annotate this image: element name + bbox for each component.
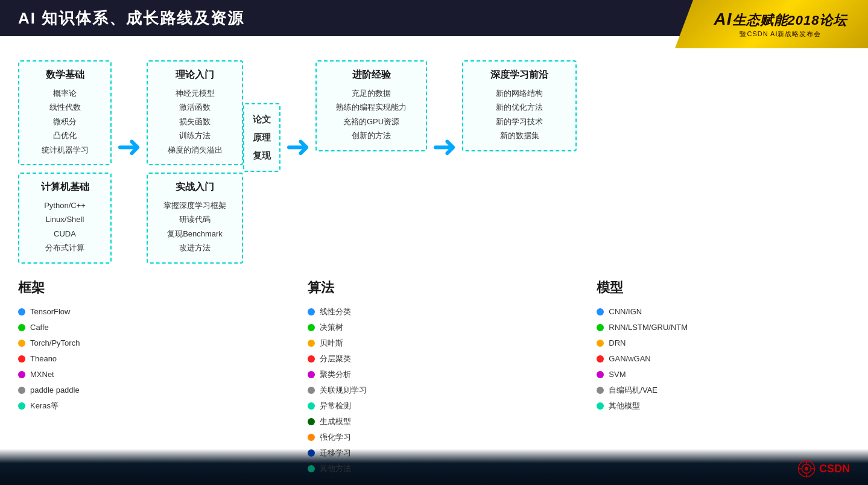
theory-title: 理论入门 bbox=[157, 69, 232, 81]
item-label: CNN/IGN bbox=[609, 304, 642, 320]
list-item: 自编码机/VAE bbox=[597, 382, 850, 398]
dot-icon bbox=[308, 434, 315, 441]
item-label: 迁移学习 bbox=[320, 445, 351, 461]
arrow-2-icon: ➜ bbox=[285, 132, 311, 162]
csdn-text: CSDN bbox=[819, 463, 850, 475]
dot-icon bbox=[18, 324, 25, 331]
item-label: 强化学习 bbox=[320, 430, 351, 445]
list-item: 生成模型 bbox=[308, 414, 561, 430]
item-label: 决策树 bbox=[320, 320, 343, 335]
item-label: SVM bbox=[609, 367, 626, 382]
list-item: CNN/IGN bbox=[597, 304, 850, 320]
main-content: 数学基础 概率论 线性代数 微积分 凸优化 统计机器学习 计算机基础 Pytho… bbox=[0, 36, 868, 485]
item-label: Theano bbox=[30, 351, 57, 367]
list-item: RNN/LSTM/GRU/NTM bbox=[597, 320, 850, 335]
dot-icon bbox=[18, 340, 25, 347]
math-box: 数学基础 概率论 线性代数 微积分 凸优化 统计机器学习 bbox=[18, 60, 112, 165]
top-logo: AI生态赋能2018论坛 暨CSDN AI新战略发布会 bbox=[675, 0, 868, 48]
item-label: RNN/LSTM/GRU/NTM bbox=[609, 320, 688, 335]
dot-icon bbox=[597, 402, 604, 410]
list-item: 强化学习 bbox=[308, 430, 561, 445]
item-label: Keras等 bbox=[30, 398, 59, 414]
item-label: 关联规则学习 bbox=[320, 382, 367, 398]
list-item: 其他模型 bbox=[597, 398, 850, 414]
dot-icon bbox=[308, 371, 315, 378]
algorithms-list: 线性分类决策树贝叶斯分层聚类聚类分析关联规则学习异常检测生成模型强化学习迁移学习… bbox=[308, 304, 561, 477]
dot-icon bbox=[308, 324, 315, 331]
deep-items: 新的网络结构 新的优化方法 新的学习技术 新的数据集 bbox=[473, 86, 566, 143]
item-label: MXNet bbox=[30, 367, 54, 382]
list-item: Theano bbox=[18, 351, 271, 367]
list-item: Caffe bbox=[18, 320, 271, 335]
col-deep: 深度学习前沿 新的网络结构 新的优化方法 新的学习技术 新的数据集 bbox=[462, 60, 577, 151]
frameworks-list: TensorFlowCaffeTorch/PyTorchTheanoMXNetp… bbox=[18, 304, 271, 414]
dot-icon bbox=[308, 465, 315, 472]
list-item: GAN/wGAN bbox=[597, 351, 850, 367]
flow-diagram: 数学基础 概率论 线性代数 微积分 凸优化 统计机器学习 计算机基础 Pytho… bbox=[18, 54, 850, 264]
item-label: 聚类分析 bbox=[320, 367, 351, 382]
dot-icon bbox=[308, 308, 315, 315]
list-item: Keras等 bbox=[18, 398, 271, 414]
arrow-1-icon: ➜ bbox=[116, 132, 142, 162]
paper-box: 论文 原理 复现 bbox=[243, 103, 280, 172]
bottom-section: 框架 TensorFlowCaffeTorch/PyTorchTheanoMXN… bbox=[18, 279, 850, 477]
item-label: 自编码机/VAE bbox=[609, 382, 657, 398]
list-item: 聚类分析 bbox=[308, 367, 561, 382]
theory-items: 神经元模型 激活函数 损失函数 训练方法 梯度的消失溢出 bbox=[157, 86, 232, 157]
col-theory: 理论入门 神经元模型 激活函数 损失函数 训练方法 梯度的消失溢出 实战入门 掌… bbox=[147, 60, 243, 264]
list-item: 迁移学习 bbox=[308, 445, 561, 461]
dot-icon bbox=[597, 387, 604, 394]
frameworks-title: 框架 bbox=[18, 279, 271, 297]
dot-icon bbox=[597, 340, 604, 347]
list-item: TensorFlow bbox=[18, 304, 271, 320]
logo-sub-text: 暨CSDN AI新战略发布会 bbox=[740, 30, 821, 39]
list-item: paddle paddle bbox=[18, 382, 271, 398]
col-advanced: 进阶经验 充足的数据 熟练的编程实现能力 充裕的GPU资源 创新的方法 bbox=[315, 60, 427, 151]
computer-items: Python/C++ Linux/Shell CUDA 分布式计算 bbox=[29, 198, 101, 255]
dot-icon bbox=[18, 402, 25, 410]
item-label: Caffe bbox=[30, 320, 49, 335]
list-item: 分层聚类 bbox=[308, 351, 561, 367]
list-item: 贝叶斯 bbox=[308, 335, 561, 351]
algorithms-title: 算法 bbox=[308, 279, 561, 297]
list-item: 决策树 bbox=[308, 320, 561, 335]
item-label: Torch/PyTorch bbox=[30, 335, 80, 351]
item-label: 异常检测 bbox=[320, 398, 351, 414]
advanced-items: 充足的数据 熟练的编程实现能力 充裕的GPU资源 创新的方法 bbox=[326, 86, 416, 143]
practice-items: 掌握深度学习框架 研读代码 复现Benchmark 改进方法 bbox=[157, 198, 232, 255]
item-label: DRN bbox=[609, 335, 626, 351]
dot-icon bbox=[18, 387, 25, 394]
logo-rest: 生态赋能2018论坛 bbox=[732, 13, 847, 28]
arrow-1: ➜ bbox=[112, 132, 147, 162]
list-item: 关联规则学习 bbox=[308, 382, 561, 398]
item-label: TensorFlow bbox=[30, 304, 70, 320]
item-label: 其他方法 bbox=[320, 461, 351, 477]
svg-point-2 bbox=[805, 467, 808, 471]
list-item: 异常检测 bbox=[308, 398, 561, 414]
list-item: Torch/PyTorch bbox=[18, 335, 271, 351]
dot-icon bbox=[18, 355, 25, 363]
arrow-2: ➜ bbox=[280, 132, 315, 162]
computer-title: 计算机基础 bbox=[29, 181, 101, 194]
advanced-box: 进阶经验 充足的数据 熟练的编程实现能力 充裕的GPU资源 创新的方法 bbox=[315, 60, 427, 151]
arrow-3-icon: ➜ bbox=[432, 132, 457, 162]
advanced-title: 进阶经验 bbox=[326, 69, 416, 81]
models-title: 模型 bbox=[597, 279, 850, 297]
dot-icon bbox=[18, 308, 25, 315]
computer-box: 计算机基础 Python/C++ Linux/Shell CUDA 分布式计算 bbox=[18, 173, 112, 264]
theory-box: 理论入门 神经元模型 激活函数 损失函数 训练方法 梯度的消失溢出 bbox=[147, 60, 243, 165]
arrow-3: ➜ bbox=[427, 132, 462, 162]
csdn-logo: CSDN bbox=[797, 460, 850, 478]
item-label: 分层聚类 bbox=[320, 351, 351, 367]
col-basics: 数学基础 概率论 线性代数 微积分 凸优化 统计机器学习 计算机基础 Pytho… bbox=[18, 60, 112, 264]
list-item: MXNet bbox=[18, 367, 271, 382]
item-label: 贝叶斯 bbox=[320, 335, 343, 351]
math-title: 数学基础 bbox=[29, 69, 101, 81]
item-label: paddle paddle bbox=[30, 382, 80, 398]
dot-icon bbox=[308, 355, 315, 363]
dot-icon bbox=[308, 402, 315, 410]
dot-icon bbox=[308, 449, 315, 457]
models-list: CNN/IGNRNN/LSTM/GRU/NTMDRNGAN/wGANSVM自编码… bbox=[597, 304, 850, 414]
practice-title: 实战入门 bbox=[157, 181, 232, 194]
dot-icon bbox=[597, 324, 604, 331]
